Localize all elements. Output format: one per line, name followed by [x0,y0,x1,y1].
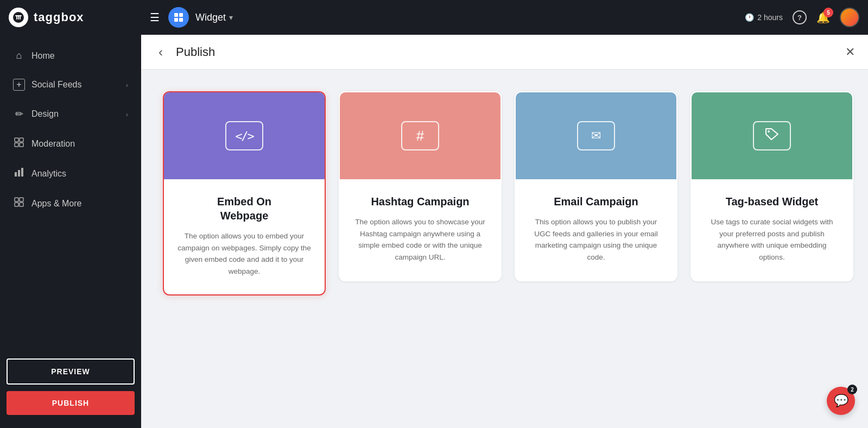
email-campaign-card[interactable]: ✉ Email Campaign This option allows you … [515,91,677,281]
close-button[interactable]: ✕ [845,45,855,59]
embed-card-title: Embed OnWebpage [177,194,312,223]
back-button[interactable]: ‹ [154,42,167,62]
clock-icon: 🕐 [745,13,754,22]
hashtag-card-desc: The option allows you to showcase your H… [353,216,487,263]
widget-chevron-icon: ▾ [229,13,233,22]
sidebar-item-label: Apps & More [31,199,128,209]
tag-card-header [692,92,852,179]
widget-label: Widget [195,12,226,23]
svg-rect-11 [21,168,23,177]
chat-badge: 2 [847,385,857,394]
time-label: 2 hours [757,13,783,22]
chat-bubble-button[interactable]: 💬 2 [827,387,855,415]
svg-rect-12 [15,198,18,202]
chevron-right-icon: › [126,110,128,118]
tag-card-desc: Use tags to curate social widgets with y… [705,216,839,263]
time-indicator: 🕐 2 hours [745,13,783,22]
hashtag-card-header: # [340,92,500,179]
email-card-header: ✉ [516,92,676,179]
email-card-body: Email Campaign This option allows you to… [516,179,676,280]
svg-rect-2 [179,13,183,17]
svg-rect-6 [20,138,23,142]
tag-icon-box [753,121,791,150]
notification-badge: 5 [823,8,833,17]
sidebar-item-apps-more[interactable]: Apps & More [0,188,141,218]
top-header: taggbox ☰ Widget ▾ 🕐 2 hours ? 🔔 [0,0,868,35]
page-title: Publish [176,45,837,59]
widget-selector[interactable]: Widget ▾ [195,12,233,23]
svg-rect-5 [15,138,18,142]
taggbox-logo-icon [9,8,28,27]
svg-rect-7 [15,143,18,147]
header-middle: ☰ Widget ▾ [148,7,736,28]
embed-icon-box: </> [225,121,263,150]
content-area: ‹ Publish ✕ </> Embed OnWebpage The opti… [141,35,868,428]
avatar[interactable] [840,8,859,27]
email-card-title: Email Campaign [529,194,663,209]
sidebar-item-label: Social Feeds [31,80,119,90]
logo-area: taggbox [9,8,139,27]
tag-card-body: Tag-based Widget Use tags to curate soci… [692,179,852,280]
sidebar-item-analytics[interactable]: Analytics [0,159,141,188]
svg-rect-10 [18,170,20,177]
embed-card-header: </> [164,92,325,179]
embed-webpage-card[interactable]: </> Embed OnWebpage The option allows yo… [163,91,326,295]
help-button[interactable]: ? [793,10,807,24]
hashtag-campaign-card[interactable]: # Hashtag Campaign The option allows you… [339,91,502,281]
code-icon: </> [235,129,254,143]
hashtag-card-body: Hashtag Campaign The option allows you t… [340,179,500,280]
svg-rect-9 [15,172,17,177]
hashtag-icon-box: # [401,121,439,150]
social-feeds-icon: + [13,79,25,91]
tag-widget-card[interactable]: Tag-based Widget Use tags to curate soci… [690,91,853,281]
logo-text: taggbox [34,10,84,24]
sidebar-item-design[interactable]: ✏ Design › [0,99,141,129]
sidebar-item-home[interactable]: ⌂ Home [0,41,141,70]
svg-rect-15 [20,203,23,206]
publish-button[interactable]: PUBLISH [7,391,135,415]
sidebar-item-social-feeds[interactable]: + Social Feeds › [0,70,141,99]
svg-point-16 [768,130,770,133]
tag-card-title: Tag-based Widget [705,194,839,209]
chevron-right-icon: › [126,81,128,89]
widget-icon [168,7,189,28]
embed-card-desc: The option allows you to embed your camp… [177,230,312,277]
design-icon: ✏ [13,108,25,120]
analytics-icon [13,167,25,180]
sidebar-item-label: Design [31,109,119,119]
close-icon: ✕ [845,45,855,59]
sidebar-item-moderation[interactable]: Moderation [0,129,141,159]
cards-container: </> Embed OnWebpage The option allows yo… [141,70,868,428]
svg-rect-14 [15,203,18,206]
chat-icon: 💬 [834,394,848,408]
hamburger-button[interactable]: ☰ [148,9,162,26]
publish-header: ‹ Publish ✕ [141,35,868,70]
svg-rect-4 [179,18,183,22]
sidebar-item-label: Home [31,51,128,61]
moderation-icon [13,137,25,150]
notification-button[interactable]: 🔔 5 [816,11,830,24]
apps-icon [13,197,25,210]
main-layout: ⌂ Home + Social Feeds › ✏ Design › Moder… [0,35,868,428]
sidebar-item-label: Moderation [31,139,128,149]
header-right: 🕐 2 hours ? 🔔 5 [745,8,859,27]
back-arrow-icon: ‹ [159,45,163,59]
svg-rect-1 [174,13,178,17]
embed-card-body: Embed OnWebpage The option allows you to… [164,179,325,294]
email-icon-box: ✉ [577,121,615,150]
email-icon: ✉ [591,129,601,143]
svg-rect-13 [20,198,23,202]
tag-icon [764,127,780,146]
svg-rect-8 [20,143,23,147]
hashtag-icon: # [416,128,424,144]
sidebar-item-label: Analytics [31,169,128,179]
email-card-desc: This option allows you to publish your U… [529,216,663,263]
preview-button[interactable]: PREVIEW [7,358,135,385]
help-icon: ? [793,10,807,24]
hashtag-card-title: Hashtag Campaign [353,194,487,209]
sidebar: ⌂ Home + Social Feeds › ✏ Design › Moder… [0,35,141,428]
home-icon: ⌂ [13,50,25,61]
svg-rect-3 [174,18,178,22]
